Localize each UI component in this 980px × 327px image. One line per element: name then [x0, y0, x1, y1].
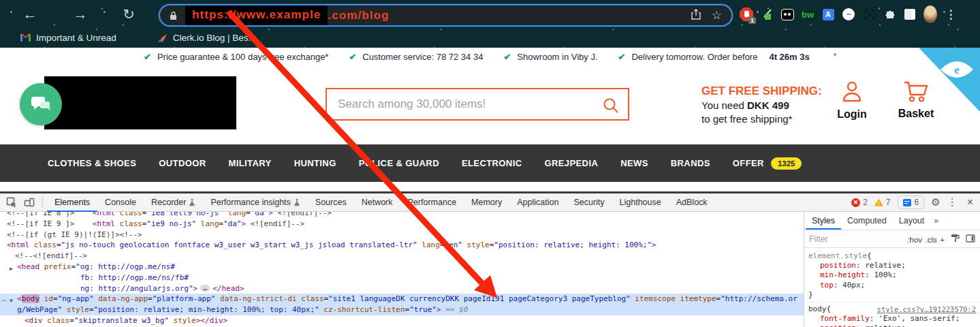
- bookmark-star-icon[interactable]: ☆: [712, 8, 722, 22]
- topbar-item: ✔Delivery tomorrow. Order before 4t 26m …: [618, 52, 836, 62]
- colorpicker-icon[interactable]: [760, 7, 774, 21]
- tab-application[interactable]: Application: [509, 193, 566, 212]
- search-input[interactable]: [327, 89, 628, 119]
- back-icon[interactable]: ←: [20, 4, 40, 25]
- rule-selector-line[interactable]: body {style.css?v…191223570:2: [808, 305, 980, 314]
- elements-tree[interactable]: <!--[if IE 8 ]> <html class="ie8 lelt9 n…: [0, 212, 804, 327]
- circle-extension-icon[interactable]: [842, 7, 855, 21]
- lock-icon[interactable]: [170, 11, 177, 20]
- chat-widget-button[interactable]: [20, 83, 62, 125]
- inspect-element-icon[interactable]: [3, 193, 20, 211]
- share-icon[interactable]: [691, 9, 701, 22]
- extensions-puzzle-icon[interactable]: [883, 7, 896, 21]
- code-line[interactable]: <!--<![endif]-->: [0, 251, 804, 262]
- rule-selector-line[interactable]: element.style {: [808, 251, 980, 261]
- nav-item-hunting[interactable]: HUNTING: [294, 158, 336, 168]
- stylesheet-source-link[interactable]: style.css?v…191223570:2: [877, 305, 976, 314]
- tab-recorder[interactable]: Recorder: [144, 193, 203, 212]
- css-property[interactable]: top: 40px;: [808, 281, 980, 290]
- nav-item-news[interactable]: NEWS: [620, 158, 648, 168]
- css-property[interactable]: position: relative;: [808, 324, 980, 327]
- builtwith-icon[interactable]: bw: [801, 7, 815, 21]
- offer-count-badge: 1325: [771, 157, 802, 170]
- styles-tabs-overflow-icon[interactable]: »: [930, 212, 942, 230]
- nav-item-electronic[interactable]: ELECTRONIC: [462, 158, 522, 168]
- screen: ← → ↻ https://www.example .com/blog ☆ 1: [0, 0, 980, 327]
- search-icon[interactable]: [602, 97, 620, 117]
- code-line[interactable]: <div class="skiptranslate w3_bg" style><…: [0, 315, 804, 326]
- css-property[interactable]: font-family: 'Exo', sans-serif;: [808, 314, 980, 324]
- styles-control-hov[interactable]: :hov: [907, 236, 922, 244]
- styles-tab-computed[interactable]: Computed: [841, 212, 893, 230]
- bookmark-label: Important & Unread: [36, 33, 116, 43]
- console-warnings-badge[interactable]: !7: [874, 198, 891, 207]
- inline-expand-button[interactable]: …: [200, 285, 210, 292]
- tab-label: Recorder: [151, 198, 186, 207]
- code-line[interactable]: …▼<body id="ng-app" data-ng-app="platfor…: [0, 294, 804, 305]
- tab-elements[interactable]: Elements: [47, 193, 97, 212]
- css-property[interactable]: min-height: 100%;: [808, 270, 980, 280]
- nav-item-offer[interactable]: OFFER: [733, 158, 764, 168]
- nav-item-grejpedia[interactable]: GREJPEDIA: [544, 158, 598, 168]
- login-button[interactable]: Login: [832, 80, 872, 121]
- nav-item-military[interactable]: MILITARY: [229, 158, 272, 168]
- tab-network[interactable]: Network: [354, 193, 400, 212]
- basket-button[interactable]: Basket: [894, 79, 938, 120]
- console-errors-badge[interactable]: ✕2: [851, 198, 868, 207]
- code-line[interactable]: g/WebPage" style="position: relative; mi…: [0, 305, 804, 315]
- code-line[interactable]: fb: http://ogp.me/ns/fb#: [0, 272, 804, 283]
- devtools-panel: ElementsConsoleRecorderPerformance insig…: [0, 191, 980, 327]
- devtools-menu-kebab-icon[interactable]: ⋮: [947, 196, 958, 208]
- styles-tab-styles[interactable]: Styles: [806, 212, 841, 230]
- styles-tab-layout[interactable]: Layout: [893, 212, 931, 230]
- tab-console[interactable]: Console: [97, 193, 144, 212]
- nav-item-clothes-shoes[interactable]: CLOTHES & SHOES: [48, 158, 136, 168]
- tab-lighthouse[interactable]: Lighthouse: [612, 193, 669, 212]
- dock-sidebar-icon[interactable]: [966, 233, 975, 245]
- devtools-close-icon[interactable]: ×: [967, 196, 973, 208]
- topbar-text: Customer service: 78 72 34 34: [362, 52, 483, 62]
- style-rule[interactable]: element.style {position: relative;min-he…: [808, 251, 980, 302]
- browser-menu-kebab-icon[interactable]: ⋮: [944, 7, 958, 21]
- bookmark-clerk[interactable]: Clerk.io Blog | Bes...: [157, 33, 256, 43]
- bookmark-gmail[interactable]: Important & Unread: [20, 33, 116, 43]
- styles-control-[interactable]: +: [940, 236, 945, 244]
- device-toolbar-icon[interactable]: [20, 193, 38, 211]
- sidebar-layout-icon[interactable]: [903, 7, 917, 21]
- translate-icon[interactable]: A: [821, 7, 835, 21]
- profile-avatar[interactable]: [923, 7, 937, 21]
- reload-icon[interactable]: ↻: [118, 4, 139, 25]
- tab-performance-insights[interactable]: Performance insights: [203, 193, 307, 212]
- tab-security[interactable]: Security: [566, 193, 612, 212]
- tab-memory[interactable]: Memory: [464, 193, 509, 212]
- site-page: ✔Price guarantee & 100 days free exchang…: [0, 48, 980, 193]
- gmail-icon: [20, 33, 31, 42]
- code-line[interactable]: <html class="js no-touch geolocation fon…: [0, 240, 804, 251]
- paint-roller-icon[interactable]: [951, 233, 960, 245]
- css-property[interactable]: position: relative;: [808, 261, 980, 270]
- code-line[interactable]: <!--[if IE 9 ]> <html class="ie9 no-js" …: [0, 219, 804, 230]
- night-eye-icon[interactable]: [780, 7, 794, 21]
- filter-input[interactable]: Filter: [809, 234, 828, 244]
- code-line[interactable]: ▶<head prefix="og: http://ogp.me/ns#: [0, 262, 804, 272]
- nav-item-outdoor[interactable]: OUTDOOR: [159, 158, 206, 168]
- tab-sources[interactable]: Sources: [308, 193, 354, 212]
- devtools-settings-gear-icon[interactable]: ⚙: [931, 196, 940, 208]
- adblock-icon[interactable]: 1: [740, 7, 753, 21]
- tab-performance[interactable]: Performance: [400, 193, 464, 212]
- tab-adblock[interactable]: AdBlock: [669, 193, 715, 212]
- chat-bubbles-icon: [29, 94, 52, 114]
- style-rule[interactable]: body {style.css?v…191223570:2font-family…: [808, 305, 980, 327]
- styles-control-cls[interactable]: .cls: [926, 236, 937, 244]
- code-line[interactable]: <!--[if (gt IE 9)|!(IE)]><!-->: [0, 230, 804, 240]
- nav-item-police-guard[interactable]: POLICE & GUARD: [359, 158, 439, 168]
- code-line[interactable]: <!--[if IE 8 ]> <html class="ie8 lelt9 n…: [0, 212, 804, 219]
- code-line[interactable]: ng: http://angularjs.org">…</head>: [0, 283, 804, 294]
- address-bar[interactable]: https://www.example .com/blog ☆: [159, 4, 733, 27]
- forward-icon[interactable]: →: [70, 4, 91, 25]
- nav-item-brands[interactable]: BRANDS: [671, 158, 710, 168]
- site-logo-redacted[interactable]: [44, 76, 236, 129]
- issues-badge[interactable]: 6: [898, 196, 925, 209]
- screenshot-crop-icon[interactable]: [862, 7, 876, 21]
- rule-close-brace: }: [808, 290, 980, 300]
